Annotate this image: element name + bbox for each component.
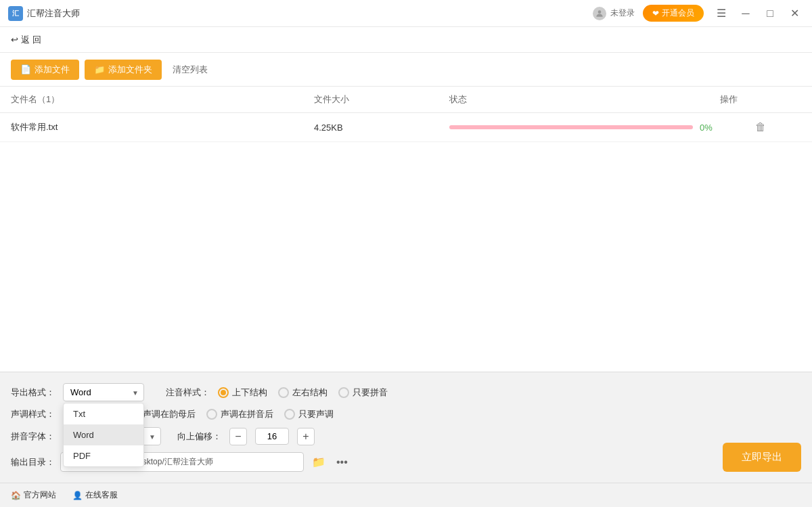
annotation-style-group: 上下结构 左右结构 只要拼音 bbox=[218, 387, 388, 399]
col-action: 操作 bbox=[720, 93, 801, 106]
app-logo: 汇 bbox=[8, 6, 23, 21]
table-row: 软件常用.txt 4.25KB 0% 🗑 bbox=[0, 113, 812, 142]
back-button[interactable]: ↩ 返 回 bbox=[11, 34, 41, 46]
pinyin-font-label: 拼音字体： bbox=[11, 431, 55, 443]
radio-tone-only bbox=[284, 409, 295, 420]
window-controls: ☰ ─ □ ✕ bbox=[712, 4, 804, 23]
minimize-button[interactable]: ─ bbox=[736, 4, 755, 23]
file-name: 软件常用.txt bbox=[11, 121, 314, 133]
annotation-left-right[interactable]: 左右结构 bbox=[278, 387, 328, 399]
tone-style-label: 声调样式： bbox=[11, 408, 55, 420]
navbar: ↩ 返 回 bbox=[0, 27, 812, 53]
radio-top-bottom-circle bbox=[218, 387, 229, 398]
annotation-style-label: 注音样式： bbox=[166, 387, 210, 399]
toolbar: 📄 添加文件 📁 添加文件夹 清空列表 bbox=[0, 53, 812, 87]
col-status: 状态 bbox=[449, 93, 720, 106]
output-dir-label: 输出目录： bbox=[11, 456, 55, 468]
offset-value: 16 bbox=[255, 428, 289, 445]
progress-container: 0% bbox=[449, 123, 720, 133]
footer: 🏠 官方网站 👤 在线客服 bbox=[0, 483, 812, 507]
file-table-area: 文件名（1） 文件大小 状态 操作 软件常用.txt 4.25KB 0% 🗑 bbox=[0, 87, 812, 372]
back-arrow-icon: ↩ bbox=[11, 35, 18, 45]
table-header: 文件名（1） 文件大小 状态 操作 bbox=[0, 87, 812, 113]
offset-label: 向上偏移： bbox=[177, 431, 221, 443]
add-folder-icon: 📁 bbox=[94, 64, 105, 74]
format-row: 导出格式： Word Txt PDF ▼ Txt Word PDF 注音样式： … bbox=[11, 383, 801, 401]
col-size: 文件大小 bbox=[314, 93, 449, 106]
dropdown-item-pdf[interactable]: PDF bbox=[64, 445, 143, 466]
radio-tone-pinyin bbox=[206, 409, 217, 420]
browse-folder-button[interactable]: 📁 bbox=[309, 453, 328, 471]
annotation-top-bottom[interactable]: 上下结构 bbox=[218, 387, 267, 399]
bottom-panel: 导出格式： Word Txt PDF ▼ Txt Word PDF 注音样式： … bbox=[0, 372, 812, 483]
user-area: 未登录 bbox=[593, 7, 635, 20]
more-options-button[interactable]: ••• bbox=[334, 454, 351, 471]
progress-bar-bg bbox=[449, 125, 693, 129]
maximize-button[interactable]: □ bbox=[761, 4, 780, 23]
svg-point-0 bbox=[598, 10, 602, 14]
app-title: 汇帮注音大师 bbox=[27, 7, 593, 20]
delete-button[interactable]: 🗑 bbox=[720, 121, 801, 133]
user-label: 未登录 bbox=[610, 7, 635, 19]
file-size: 4.25KB bbox=[314, 123, 449, 133]
format-select-wrapper: Word Txt PDF ▼ Txt Word PDF bbox=[63, 383, 144, 401]
tone-only[interactable]: 只要声调 bbox=[284, 408, 334, 420]
progress-text: 0% bbox=[700, 123, 720, 133]
clear-list-button[interactable]: 清空列表 bbox=[167, 60, 213, 80]
format-select[interactable]: Word Txt PDF bbox=[63, 383, 144, 401]
col-name: 文件名（1） bbox=[11, 93, 314, 106]
website-link[interactable]: 🏠 官方网站 bbox=[11, 489, 56, 501]
dropdown-item-txt[interactable]: Txt bbox=[64, 403, 143, 424]
add-file-icon: 📄 bbox=[20, 64, 31, 74]
titlebar: 汇 汇帮注音大师 未登录 ❤ 开通会员 ☰ ─ □ ✕ bbox=[0, 0, 812, 27]
user-avatar bbox=[593, 7, 606, 20]
annotation-pinyin-only[interactable]: 只要拼音 bbox=[338, 387, 388, 399]
website-icon: 🏠 bbox=[11, 491, 21, 500]
add-folder-button[interactable]: 📁 添加文件夹 bbox=[85, 60, 162, 80]
offset-decrease-button[interactable]: − bbox=[229, 428, 247, 445]
close-button[interactable]: ✕ bbox=[785, 4, 804, 23]
add-file-button[interactable]: 📄 添加文件 bbox=[11, 60, 79, 80]
tone-after-pinyin[interactable]: 声调在拼音后 bbox=[206, 408, 273, 420]
service-link[interactable]: 👤 在线客服 bbox=[72, 489, 118, 501]
export-format-label: 导出格式： bbox=[11, 387, 55, 399]
offset-increase-button[interactable]: + bbox=[297, 428, 315, 445]
menu-button[interactable]: ☰ bbox=[712, 4, 731, 23]
member-button[interactable]: ❤ 开通会员 bbox=[643, 5, 704, 22]
dropdown-item-word[interactable]: Word bbox=[64, 424, 143, 445]
radio-pinyin-only-circle bbox=[338, 387, 349, 398]
export-button[interactable]: 立即导出 bbox=[723, 443, 801, 472]
radio-left-right-circle bbox=[278, 387, 289, 398]
format-dropdown[interactable]: Txt Word PDF bbox=[63, 403, 144, 467]
service-icon: 👤 bbox=[72, 491, 83, 500]
